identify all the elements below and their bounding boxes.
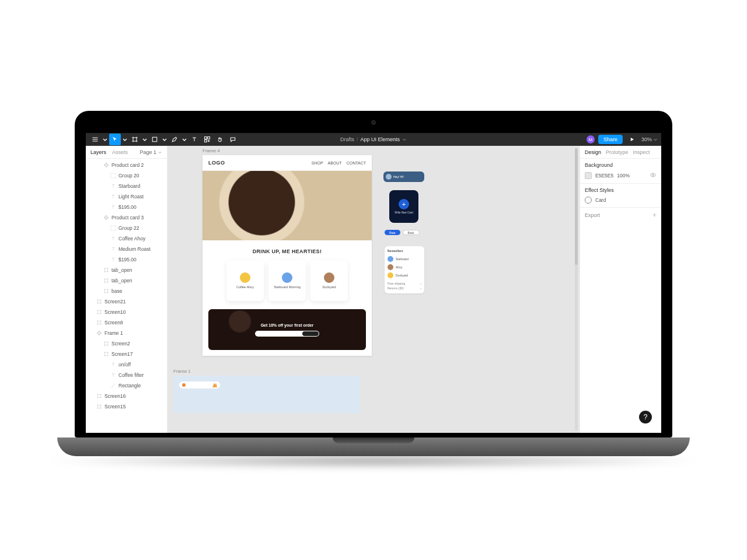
- background-hex[interactable]: E5E5E5: [595, 173, 613, 178]
- mock-notif-text: Hey! Hi!: [393, 175, 404, 178]
- frame-chevron-icon[interactable]: [142, 134, 148, 145]
- move-chevron-icon[interactable]: [122, 134, 128, 145]
- layer-row[interactable]: Coffee filter: [86, 370, 167, 380]
- workspace: Layers Assets Page 1 Product card 2Group…: [86, 146, 661, 433]
- dot-icon: [388, 264, 393, 270]
- user-avatar[interactable]: M: [587, 135, 595, 144]
- text-tool[interactable]: [189, 134, 200, 145]
- background-section: Background E5E5E5 100%: [580, 159, 661, 184]
- tab-assets[interactable]: Assets: [112, 149, 128, 155]
- laptop-mockup: Drafts / App UI Elements M Share 30%: [75, 111, 672, 438]
- share-button[interactable]: Share: [598, 135, 623, 144]
- present-icon[interactable]: [626, 134, 638, 145]
- tab-inspect[interactable]: Inspect: [633, 149, 650, 155]
- layer-row[interactable]: base: [86, 286, 167, 296]
- mock-tagline: DRINK UP, ME HEARTIES!: [203, 240, 372, 260]
- resources-icon[interactable]: [201, 134, 213, 145]
- page-selector[interactable]: Page 1: [139, 149, 162, 155]
- layer-row[interactable]: Product card 3: [86, 212, 167, 223]
- mock-item-label: Dockyard: [396, 274, 408, 277]
- layer-row[interactable]: tab_open: [86, 265, 167, 275]
- layer-label: Screen10: [104, 309, 125, 315]
- layer-row[interactable]: Medium Roast: [86, 244, 167, 254]
- layer-row[interactable]: Screen17: [86, 349, 167, 359]
- layer-row[interactable]: tab_open: [86, 275, 167, 286]
- text-icon: [110, 236, 116, 242]
- frame-4[interactable]: LOGO SHOP ABOUT CONTACT DRINK UP, ME HEA…: [203, 155, 372, 356]
- mock-card-caption: Dockyard: [322, 285, 336, 289]
- layer-label: Group 22: [118, 225, 139, 231]
- visibility-icon[interactable]: [650, 172, 657, 180]
- mock-logo: LOGO: [208, 160, 225, 166]
- component-icon: [96, 330, 102, 336]
- tab-layers[interactable]: Layers: [90, 149, 106, 155]
- mock-card-caption: Coffee Ahoy: [236, 285, 254, 289]
- mock-nav-link: SHOP: [312, 161, 323, 165]
- layer-row[interactable]: Screen2: [86, 338, 167, 349]
- chevron-down-icon[interactable]: [402, 137, 407, 142]
- frame-label[interactable]: Frame 1: [173, 369, 191, 374]
- menu-chevron-icon[interactable]: [102, 134, 108, 145]
- background-opacity[interactable]: 100%: [617, 173, 630, 178]
- help-button[interactable]: ?: [639, 411, 652, 424]
- shape-chevron-icon[interactable]: [162, 134, 167, 145]
- mock-bestsellers-card[interactable]: Bestsellers StarboardAhoyDockyard Free s…: [385, 246, 424, 293]
- image-icon: [212, 383, 217, 387]
- layer-row[interactable]: Screen15: [86, 401, 167, 412]
- layer-row[interactable]: Screen21: [86, 296, 167, 307]
- layer-row[interactable]: Rectangle: [86, 380, 167, 391]
- mock-button-pair[interactable]: Rate Back: [385, 230, 420, 235]
- layer-row[interactable]: Screen8: [86, 317, 167, 328]
- laptop-base: [57, 438, 690, 456]
- breadcrumb-document[interactable]: App UI Elements: [361, 136, 400, 142]
- layer-label: Coffee filter: [118, 372, 144, 378]
- text-icon: [110, 362, 116, 368]
- hand-tool[interactable]: [214, 134, 226, 145]
- layer-row[interactable]: $195.00: [86, 202, 167, 212]
- frame-icon: [103, 288, 109, 294]
- layer-row[interactable]: on/off: [86, 359, 167, 370]
- layer-row[interactable]: Product card 2: [86, 160, 167, 170]
- scrollbar-thumb[interactable]: [575, 148, 578, 265]
- mock-notification-card[interactable]: Hey! Hi!: [383, 172, 424, 182]
- layer-label: Product card 2: [111, 162, 144, 168]
- layer-row[interactable]: Starboard: [86, 181, 167, 191]
- layer-list[interactable]: Product card 2Group 20StarboardLight Roa…: [86, 159, 167, 433]
- mock-add-card[interactable]: + Write New Card: [389, 190, 418, 223]
- tab-design[interactable]: Design: [585, 149, 601, 155]
- zoom-dropdown[interactable]: 30%: [641, 136, 658, 142]
- frame-tool[interactable]: [129, 134, 141, 145]
- frame-1[interactable]: [173, 376, 360, 413]
- layer-row[interactable]: Group 20: [86, 170, 167, 181]
- tab-prototype[interactable]: Prototype: [606, 149, 629, 155]
- mock-promo: Get 10% off your first order: [208, 309, 366, 350]
- comment-tool[interactable]: [227, 134, 239, 145]
- document-breadcrumb: Drafts / App UI Elements: [340, 136, 407, 142]
- layer-row[interactable]: Group 22: [86, 223, 167, 233]
- export-section[interactable]: Export +: [580, 208, 661, 223]
- layer-row[interactable]: Coffee Ahoy: [86, 233, 167, 244]
- pen-chevron-icon[interactable]: [181, 134, 187, 145]
- color-swatch[interactable]: [585, 172, 592, 179]
- pen-tool[interactable]: [169, 134, 180, 145]
- breadcrumb-root[interactable]: Drafts: [340, 136, 354, 142]
- shape-tool[interactable]: [149, 134, 160, 145]
- effect-style-name: Card: [595, 197, 606, 203]
- layer-row[interactable]: $195.00: [86, 254, 167, 265]
- right-panel-tabs: Design Prototype Inspect: [580, 146, 661, 159]
- effect-style-row[interactable]: Card: [585, 197, 657, 204]
- layer-row[interactable]: Screen16: [86, 391, 167, 401]
- layer-row[interactable]: Frame 1: [86, 328, 167, 338]
- canvas[interactable]: Frame 4 LOGO SHOP ABOUT CONTACT DRINK UP…: [167, 146, 580, 433]
- mock-email-pill: [255, 331, 319, 337]
- layer-row[interactable]: Light Roast: [86, 191, 167, 202]
- svg-rect-2: [208, 137, 210, 139]
- menu-icon[interactable]: [89, 134, 101, 145]
- layer-label: tab_open: [111, 267, 132, 273]
- frame-label[interactable]: Frame 4: [203, 148, 220, 153]
- plus-icon[interactable]: +: [652, 211, 657, 219]
- mock-meta-row: Returns (30)‹: [388, 286, 421, 290]
- move-tool[interactable]: [109, 134, 121, 145]
- layer-row[interactable]: Screen10: [86, 307, 167, 317]
- laptop-bezel: Drafts / App UI Elements M Share 30%: [75, 111, 672, 438]
